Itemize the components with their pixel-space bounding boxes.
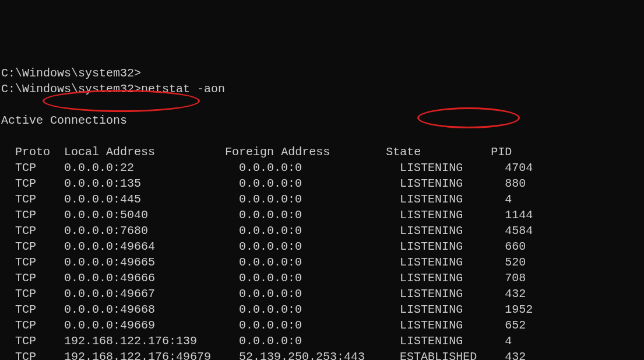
header-proto: Proto [15, 145, 50, 159]
command-text: netstat -aon [141, 82, 225, 96]
prompt-line-1: C:\Windows\system32> [1, 67, 141, 80]
header-pid: PID [491, 145, 512, 159]
section-heading: Active Connections [1, 114, 127, 127]
header-state: State [386, 145, 421, 159]
column-header-row: Proto Local Address Foreign Address Stat… [1, 145, 512, 159]
prompt-line-2: C:\Windows\system32> [1, 82, 141, 96]
connection-rows: TCP 0.0.0.0:22 0.0.0.0:0 LISTENING 4704 … [1, 160, 643, 360]
terminal-output[interactable]: C:\Windows\system32> C:\Windows\system32… [1, 65, 643, 360]
header-local: Local Address [64, 145, 155, 159]
header-foreign: Foreign Address [225, 145, 330, 159]
